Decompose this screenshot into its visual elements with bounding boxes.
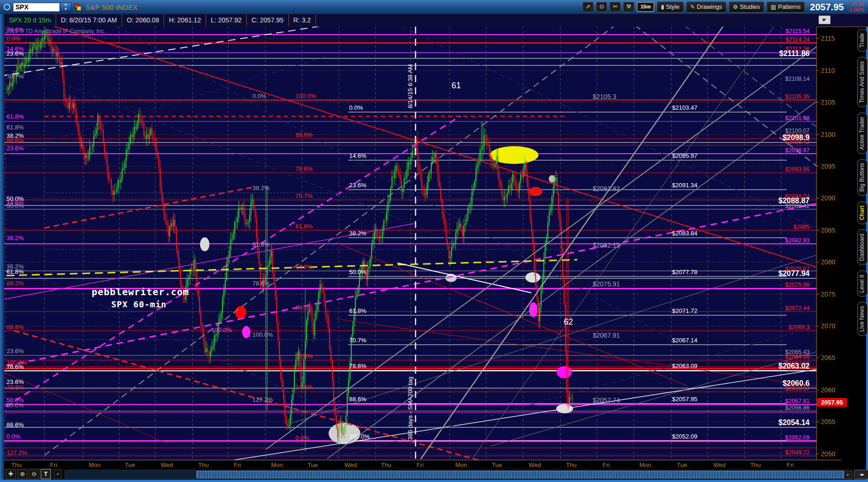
fib-label-left: 23.6% [7,50,24,57]
price-level-label-gray: $2082.19 [593,242,620,248]
fib-label-gray: 127.2% [252,397,273,403]
drag-hand-icon[interactable]: ☛ [818,15,831,24]
price-level-label: $2063.52 [785,360,810,367]
symbol-dropdown-button[interactable]: ▼▼ [60,2,72,12]
drawings-button[interactable]: ✎Drawings [686,1,726,13]
fib-label-white: 70.7% [349,337,366,344]
fib-label-left: 23.6% [7,145,24,152]
fib-label-left: 70.7% [7,73,24,80]
price-chart[interactable] [0,0,868,482]
text-tool-icon[interactable]: T [41,469,51,479]
fib-label-white: 14.6% [349,153,366,159]
price-level-label: $2088.42 [785,203,810,209]
chart-scrollbar-thumb[interactable] [196,471,844,478]
scroll-right-arrow[interactable]: ▸ [844,471,852,479]
x-axis-day-label: Thu [11,461,22,468]
price-level-label-white: $2052.09 [672,433,697,440]
zoom-in-icon[interactable]: ⊕ [17,469,28,479]
price-level-label: $2093.95 [785,166,810,173]
x-axis-day-label: Mon [455,461,467,468]
fib-label-red: 38.2% [295,305,313,311]
ohlc-bar: SPX 20 d 15m D: 8/20/15 7:00 AM O: 2060.… [4,14,868,27]
sidebar-tab-dashboard[interactable]: Dashboard [857,229,868,265]
price-level-label: $2054.14 [778,419,810,426]
window-frame-bottom [0,480,868,482]
candle-icon: ▮ [661,2,664,12]
sidebar-tab-trade[interactable]: Trade [857,29,868,52]
fib-label-left: 0.0% [7,35,21,42]
scroll-jump-button[interactable]: ◂▸ [854,470,868,479]
event-line-label: 8/14/15 6:38 AM [407,64,414,108]
target-icon[interactable]: ⊙ [596,2,607,12]
pan-tool-icon[interactable]: ✚ [6,469,16,479]
price-level-label: $2057.81 [785,398,810,404]
price-level-label: $2096.97 [785,147,810,154]
style-button[interactable]: ▮Style [657,1,684,13]
drawing-ellipse [490,146,538,164]
price-level-label-gray: $2057.74 [593,397,620,404]
fib-label-white: 88.6% [349,396,366,403]
sidebar-tab-active-trader[interactable]: Active Trader [857,113,868,154]
fib-label-left: 61.8% [7,269,24,275]
sidebar-tab-big-buttons[interactable]: Big Buttons [857,159,868,196]
price-level-label: $2056.86 [785,404,810,411]
thinkorswim-window: ▼▼ S&P 500 INDEX ⇗ ⊙ ✂ ⚒ 15m ▮Style ✎Dra… [0,0,868,482]
price-level-label: $2098.42 [785,139,810,145]
fib-label-white: 23.6% [349,182,366,189]
bar-open: O: 2060.08 [122,14,164,27]
x-axis-day-label: Wed [344,461,357,468]
price-level-label-white: $2077.78 [672,269,697,276]
x-axis-day-label: Wed [161,461,173,468]
price-level-label: $2063.02 [778,363,810,369]
price-level-label: $2060.6 [782,380,810,387]
price-level-label-white: $2063.09 [672,363,697,369]
studies-button[interactable]: ⚙Studies [729,1,764,13]
drawing-ellipse [549,175,555,183]
fib-label-gray: 78.6% [252,280,270,287]
drawing-ellipse [557,366,572,378]
sidebar-tab-chart[interactable]: Chart [857,201,868,224]
symbol-input[interactable] [13,3,60,12]
patterns-button[interactable]: ▨Patterns [767,1,805,13]
fib-label-red: 23.6% [295,353,313,360]
price-level-label: $2059.87 [785,385,810,392]
fib-label-left: 61.8% [7,113,24,120]
drawing-ellipse [329,423,360,444]
chart-label-layer: 2015 © TD Ameritrade IP Company, Inc.78.… [0,0,868,482]
sidebar-tab-times-and-sales[interactable]: Times And Sales [857,57,868,107]
interval-badge[interactable]: 15m [637,2,654,12]
fib-label-left: 50.0% [7,397,24,404]
x-axis-day-label: Wed [529,461,541,468]
price-level-label: $2100.07 [785,128,810,134]
price-level-label-white: $2083.84 [672,230,697,237]
x-axis-day-label: Tue [677,461,687,468]
sidebar-tab-level-ii[interactable]: Level II [857,270,868,297]
fib-label-red: 88.6% [295,132,313,138]
fib-label-white: 0.0% [349,105,363,111]
fib-label-left: 14.6% [7,199,24,206]
y-axis-tick: 2055 [821,418,835,425]
last-price-axis-badge: 2057.95 [817,398,847,407]
scissors-icon[interactable]: ✂ [610,2,621,12]
fib-label-gray: 100.0% [252,332,273,338]
price-level-label-gray: $2105.3 [593,93,617,100]
zoom-out-icon[interactable]: ⊖ [29,469,39,479]
fib-label-left: 50.0% [7,402,24,409]
link-color-circle-icon[interactable] [4,4,10,10]
chart-scrollbar[interactable] [65,470,844,479]
price-level-label-white: $2091.34 [672,182,697,189]
x-axis-day-label: Wed [713,461,726,468]
price-level-label: $2064.66 [785,354,810,360]
y-axis-tick: 2110 [821,67,835,74]
wave-label-62: 62 [564,319,573,325]
y-axis-tick: 2095 [821,163,835,170]
chart-export-icon[interactable]: ⇗ [582,2,594,12]
fib-label-left: 50.0% [7,203,24,209]
bottom-toolbar: ✚ ⊕ ⊖ T ◂ ▸ ◂▸ [4,468,866,480]
price-level-label: $2098.9 [782,135,810,141]
sidebar-tab-live-news[interactable]: Live News [857,302,868,336]
y-axis-tick: 2070 [821,322,835,330]
fib-label-gray: 0.0% [252,93,266,99]
wrench-icon[interactable]: ⚒ [623,2,634,12]
scroll-left-arrow[interactable]: ◂ [54,469,61,479]
